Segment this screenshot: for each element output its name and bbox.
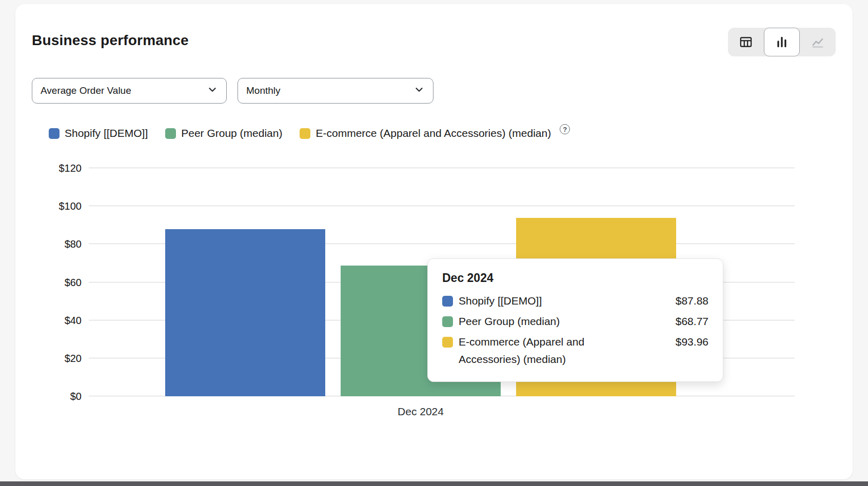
period-select[interactable]: Monthly (238, 78, 433, 104)
page-bottom-edge (0, 481, 868, 486)
chart-tooltip: Dec 2024 Shopify [[DEMO]] $87.88 Peer Gr… (427, 258, 723, 382)
y-axis-tick: $100 (59, 200, 82, 212)
business-performance-card: Business performance (15, 4, 853, 479)
tooltip-value: $68.77 (622, 313, 708, 330)
y-axis-tick: $120 (59, 163, 82, 174)
table-icon (738, 34, 754, 50)
view-toggle-group (728, 28, 836, 56)
legend-swatch (300, 128, 310, 139)
line-chart-icon (810, 34, 825, 50)
legend-label: Peer Group (median) (181, 127, 282, 139)
metric-select-value: Average Order Value (41, 85, 131, 96)
tooltip-swatch (442, 316, 453, 327)
tooltip-value: $87.88 (622, 292, 708, 310)
tooltip-row: Shopify [[DEMO]] $87.88 (442, 292, 708, 310)
tooltip-value: $93.96 (622, 333, 708, 351)
y-axis-tick: $0 (70, 391, 82, 402)
tooltip-swatch (442, 337, 453, 348)
x-axis-label: Dec 2024 (398, 406, 444, 418)
page-background: Business performance (0, 0, 868, 486)
y-axis: $0$20$40$60$80$100$120 (15, 168, 82, 396)
legend-swatch (165, 128, 176, 139)
line-chart-view-button[interactable] (800, 28, 836, 56)
y-axis-tick: $40 (65, 314, 82, 326)
bar-shopify-demo[interactable] (165, 229, 325, 396)
legend-item-peer-group: Peer Group (median) (165, 127, 282, 139)
tooltip-swatch (442, 296, 453, 307)
bar-chart-view-button[interactable] (764, 28, 800, 56)
tooltip-title: Dec 2024 (442, 271, 708, 285)
y-axis-tick: $20 (65, 352, 82, 364)
y-axis-tick: $80 (65, 238, 82, 250)
legend-label: E-commerce (Apparel and Accessories) (me… (315, 127, 551, 139)
tooltip-label: E-commerce (Apparel and Accessories) (me… (459, 333, 622, 368)
tooltip-row: Peer Group (median) $68.77 (442, 313, 708, 330)
tooltip-label: Shopify [[DEMO]] (459, 292, 622, 310)
period-select-value: Monthly (246, 85, 281, 96)
chevron-down-icon (413, 84, 425, 98)
legend-swatch (49, 128, 60, 139)
y-axis-tick: $60 (65, 276, 82, 288)
page-title: Business performance (32, 32, 189, 49)
legend-item-shopify: Shopify [[DEMO]] (49, 127, 148, 139)
bar-chart-icon (774, 34, 790, 50)
tooltip-label: Peer Group (median) (459, 313, 622, 330)
legend-item-ecommerce: E-commerce (Apparel and Accessories) (me… (300, 127, 570, 139)
table-view-button[interactable] (728, 28, 764, 56)
tooltip-row: E-commerce (Apparel and Accessories) (me… (442, 333, 708, 368)
metric-select[interactable]: Average Order Value (32, 78, 227, 104)
chevron-down-icon (207, 84, 218, 98)
legend-label: Shopify [[DEMO]] (65, 127, 148, 139)
chart-legend: Shopify [[DEMO]] Peer Group (median) E-c… (49, 127, 570, 139)
help-icon[interactable]: ? (560, 124, 570, 134)
